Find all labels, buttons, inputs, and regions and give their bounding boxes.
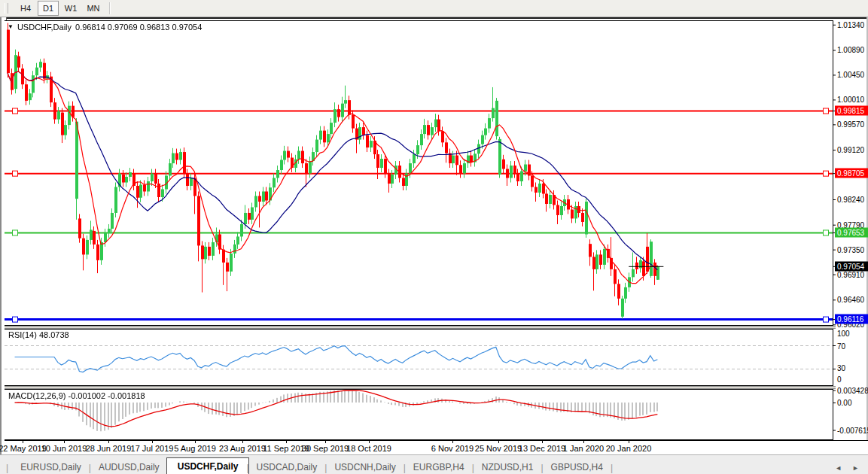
date-axis-tick xyxy=(629,441,629,443)
chart-tab-usdcnh[interactable]: USDCNH,Daily xyxy=(324,459,406,474)
macd-axis-label: -0.007615 xyxy=(837,426,868,434)
macd-panel-splitter[interactable] xyxy=(5,386,836,389)
chart-symbol-label: USDCHF,Daily xyxy=(17,23,72,32)
tab-scroll-left-icon[interactable]: ◄ xyxy=(835,464,842,472)
tab-scroll-controls: ◄ ► xyxy=(835,464,868,474)
chart-tab-usdchf[interactable]: USDCHF,Daily xyxy=(166,457,250,474)
rsi-axis-label: 0 xyxy=(837,375,842,384)
price-axis-label: 0.96460 xyxy=(837,296,864,304)
date-axis-label: 22 May 2019 xyxy=(0,444,47,453)
chart-tab-eurgbp[interactable]: EURGBP,H4 xyxy=(403,459,475,474)
rsi-panel-splitter[interactable] xyxy=(5,326,836,329)
date-axis-label: 30 Sep 2019 xyxy=(302,444,349,453)
macd-axis-label: 0.003428 xyxy=(837,386,868,394)
timeframe-buttons: H4D1W1MN xyxy=(14,1,105,16)
date-axis-label: 17 Jul 2019 xyxy=(131,444,174,453)
date-axis-label: 25 Nov 2019 xyxy=(475,444,522,453)
date-axis-tick xyxy=(195,441,196,443)
date-axis-label: 18 Oct 2019 xyxy=(346,444,391,453)
date-axis-label: 1 Jan 2020 xyxy=(563,444,604,453)
date-axis-tick xyxy=(452,441,453,443)
price-axis-label: 0.97350 xyxy=(837,245,864,254)
date-axis-tick xyxy=(583,441,584,443)
date-axis-label: 20 Jan 2020 xyxy=(606,444,652,453)
date-axis-tick xyxy=(286,441,287,443)
tabs-container: EURUSD,Daily|AUDUSD,Daily|USDCHF,Daily|U… xyxy=(10,457,610,474)
price-level-badge: 0.98705 xyxy=(835,169,868,178)
chart-ohlc-values: 0.96814 0.97069 0.96813 0.97054 xyxy=(75,23,202,32)
date-axis-tick xyxy=(498,441,499,443)
price-level-badge: 0.99815 xyxy=(835,106,868,116)
price-axis-label: 0.96910 xyxy=(837,270,864,278)
toolbar-grip[interactable] xyxy=(5,3,8,14)
chart-title: ▼ USDCHF,Daily 0.96814 0.97069 0.96813 0… xyxy=(8,23,202,32)
chart-tab-bar: | EURUSD,Daily|AUDUSD,Daily|USDCHF,Daily… xyxy=(0,454,868,474)
date-axis-label: 28 Jun 2019 xyxy=(86,444,132,453)
price-axis-label: 1.00450 xyxy=(837,71,864,79)
date-axis-tick xyxy=(369,441,370,443)
date-axis-label: 6 Nov 2019 xyxy=(431,444,474,453)
date-axis-label: 23 Aug 2019 xyxy=(219,444,266,453)
chart-tab-nzdusd[interactable]: NZDUSD,H1 xyxy=(471,459,544,474)
chart-tab-audusd[interactable]: AUDUSD,Daily xyxy=(88,459,170,474)
rsi-axis-label: 30 xyxy=(837,364,845,372)
date-axis[interactable]: 22 May 201910 Jun 201928 Jun 201917 Jul … xyxy=(5,440,868,455)
timeframe-button-w1[interactable]: W1 xyxy=(60,1,81,16)
price-level-badge: 0.97653 xyxy=(835,227,868,237)
date-axis-tick xyxy=(23,441,23,443)
terminal-window: H4D1W1MN ▼ USDCHF,Daily 0.96814 0.97069 … xyxy=(0,0,868,474)
macd-label: MACD(12,26,9) -0.001002 -0.001818 xyxy=(8,391,145,400)
toolbar-separator xyxy=(109,2,111,14)
chart-dropdown-icon[interactable]: ▼ xyxy=(8,24,14,30)
date-axis-tick xyxy=(108,441,109,443)
price-chart-canvas[interactable] xyxy=(5,20,836,440)
date-axis-tick xyxy=(152,441,153,443)
date-axis-tick xyxy=(242,441,243,443)
date-axis-tick xyxy=(325,441,326,443)
price-axis-label: 0.99120 xyxy=(837,146,864,154)
timeframe-button-d1[interactable]: D1 xyxy=(38,1,59,16)
tab-scroll-right-icon[interactable]: ► xyxy=(852,464,859,472)
date-axis-label: 5 Aug 2019 xyxy=(174,444,216,453)
tab-separator: | xyxy=(6,463,8,473)
date-axis-label: 10 Jun 2019 xyxy=(41,444,87,453)
price-axis-label: 0.99570 xyxy=(837,120,864,129)
price-level-badge: 0.97054 xyxy=(835,261,868,271)
timeframe-button-h4[interactable]: H4 xyxy=(15,1,36,16)
price-axis-label: 0.98240 xyxy=(837,195,864,203)
price-axis-label: 1.01340 xyxy=(837,20,864,29)
price-level-badge: 0.96116 xyxy=(835,314,868,324)
chart-tab-eurusd[interactable]: EURUSD,Daily xyxy=(10,459,92,474)
macd-axis-label: 0.00 xyxy=(837,399,851,407)
tab-separator: | xyxy=(611,463,613,474)
rsi-axis-label: 70 xyxy=(837,342,845,351)
price-axis-label: 1.00010 xyxy=(837,96,864,104)
chart-tab-gbpusd[interactable]: GBPUSD,H4 xyxy=(541,459,614,474)
date-axis-label: 13 Dec 2019 xyxy=(519,444,565,453)
price-axis-label: 1.00890 xyxy=(837,46,864,54)
timeframe-toolbar: H4D1W1MN xyxy=(0,0,868,17)
rsi-axis-label: 100 xyxy=(837,330,850,338)
timeframe-button-mn[interactable]: MN xyxy=(83,1,104,16)
date-axis-tick xyxy=(64,441,65,443)
date-axis-tick xyxy=(542,441,543,443)
chart-tab-usdcad[interactable]: USDCAD,Daily xyxy=(246,459,328,474)
rsi-label: RSI(14) 48.0738 xyxy=(8,330,69,339)
